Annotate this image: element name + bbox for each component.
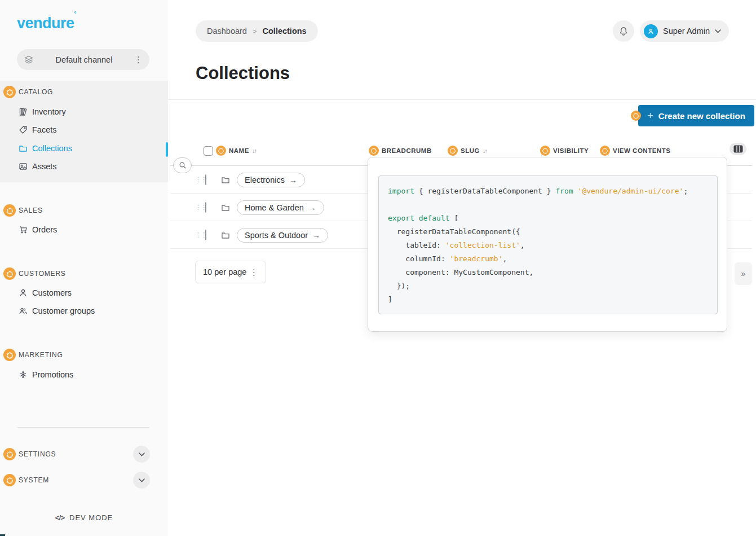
column-label-slug[interactable]: SLUG (461, 147, 480, 154)
dev-mode-code-popover: import { registerDataTableComponent } fr… (368, 157, 727, 332)
user-menu[interactable]: Super Admin (640, 20, 729, 42)
section-label-marketing: MARKETING (19, 351, 63, 359)
folder-icon (19, 144, 28, 153)
page-title: Collections (196, 63, 290, 84)
channel-selector[interactable]: Default channel ⋮ (17, 49, 149, 70)
image-icon (19, 162, 28, 171)
sidebar-item-label: Assets (32, 162, 57, 171)
sidebar-item-customer-groups[interactable]: Customer groups (19, 306, 95, 315)
kebab-icon: ⋮ (250, 268, 258, 276)
sidebar-section-settings[interactable]: SETTINGS (3, 448, 56, 460)
sidebar-item-label: Orders (32, 225, 57, 234)
arrow-right-icon: → (289, 175, 297, 184)
column-header-visibility: VISIBILITY (540, 146, 589, 156)
sidebar-item-label: Facets (32, 125, 57, 134)
collection-name: Home & Garden (245, 203, 304, 212)
sidebar: vendure° Default channel ⋮ CATALOG Inven… (0, 0, 168, 536)
chevron-down-icon (139, 478, 145, 482)
section-label-settings: SETTINGS (19, 450, 56, 458)
extension-badge-icon (3, 267, 16, 280)
sidebar-section-system[interactable]: SYSTEM (3, 474, 49, 486)
sidebar-item-customers[interactable]: Customers (19, 288, 72, 297)
notifications-button[interactable] (613, 20, 634, 42)
tag-icon (19, 125, 28, 134)
section-label-catalog: CATALOG (19, 88, 53, 96)
sidebar-item-inventory[interactable]: Inventory (19, 107, 66, 116)
extension-badge-icon (540, 146, 550, 156)
create-new-collection-button[interactable]: + Create new collection (638, 105, 754, 126)
column-label-breadcrumb[interactable]: BREADCRUMB (382, 147, 432, 154)
sidebar-section-customers: CUSTOMERS (3, 267, 66, 280)
cart-icon (19, 225, 28, 234)
layers-icon (24, 55, 34, 65)
sidebar-item-assets[interactable]: Assets (19, 162, 57, 171)
table-search-button[interactable] (173, 157, 192, 173)
collection-name: Electronics (245, 175, 285, 184)
code-block: import { registerDataTableComponent } fr… (378, 175, 718, 314)
extension-badge-icon (3, 86, 16, 98)
section-label-system: SYSTEM (19, 476, 49, 484)
breadcrumb-collections[interactable]: Collections (263, 27, 307, 36)
items-per-page-select[interactable]: 10 per page ⋮ (195, 261, 266, 283)
sidebar-item-label: Customers (32, 288, 72, 297)
system-expand-button[interactable] (133, 472, 150, 489)
breadcrumb-dashboard[interactable]: Dashboard (207, 27, 247, 36)
column-label-name[interactable]: NAME (229, 147, 249, 154)
collection-link[interactable]: Electronics → (237, 173, 305, 187)
column-settings-button[interactable] (730, 143, 746, 155)
column-label-view-contents[interactable]: VIEW CONTENTS (613, 147, 670, 154)
column-label-visibility[interactable]: VISIBILITY (553, 147, 589, 154)
row-checkbox[interactable] (205, 202, 206, 213)
dev-mode-toggle[interactable]: </> DEV MODE (0, 513, 168, 522)
drag-handle-icon[interactable]: ⋮⋮ (195, 205, 202, 210)
search-icon (179, 161, 187, 169)
row-checkbox[interactable] (205, 230, 206, 240)
user-icon (647, 28, 655, 35)
folder-icon (221, 175, 230, 184)
column-header-slug: SLUG ↓↑ (448, 146, 487, 156)
sort-icon[interactable]: ↓↑ (252, 147, 256, 154)
sort-icon[interactable]: ↓↑ (483, 147, 487, 154)
table-row[interactable]: ⋮⋮ Home & Garden → (195, 194, 324, 221)
select-all-checkbox[interactable] (204, 146, 213, 156)
drag-handle-icon[interactable]: ⋮⋮ (195, 232, 202, 238)
arrow-right-icon: → (312, 231, 320, 240)
breadcrumb: Dashboard > Collections (196, 20, 318, 42)
next-page-button[interactable]: » (735, 262, 752, 285)
sidebar-section-marketing: MARKETING (3, 349, 63, 361)
user-name: Super Admin (663, 27, 710, 36)
collection-link[interactable]: Home & Garden → (237, 200, 324, 215)
column-header-breadcrumb: BREADCRUMB (369, 146, 432, 156)
table-row[interactable]: ⋮⋮ Sports & Outdoor → (195, 221, 328, 249)
active-item-indicator (166, 142, 168, 157)
arrow-right-icon: → (308, 203, 316, 212)
row-checkbox[interactable] (205, 174, 206, 185)
extension-badge-icon (369, 146, 379, 156)
promotion-icon (19, 370, 28, 379)
table-row[interactable]: ⋮⋮ Electronics → (195, 166, 305, 194)
user-icon (19, 288, 28, 297)
collection-link[interactable]: Sports & Outdoor → (237, 228, 328, 243)
sidebar-item-facets[interactable]: Facets (19, 125, 57, 134)
sidebar-section-catalog: CATALOG (3, 86, 53, 98)
column-header-view-contents: VIEW CONTENTS (600, 146, 670, 156)
app-root: vendure° Default channel ⋮ CATALOG Inven… (0, 0, 756, 536)
extension-badge-icon (3, 448, 16, 460)
channel-kebab-icon[interactable]: ⋮ (134, 55, 143, 64)
extension-badge-icon (448, 146, 458, 156)
extension-badge-icon (3, 204, 16, 217)
folder-icon (221, 203, 230, 212)
extension-badge-icon (631, 111, 641, 121)
settings-expand-button[interactable] (133, 446, 150, 463)
sidebar-item-collections[interactable]: Collections (19, 144, 72, 153)
drag-handle-icon[interactable]: ⋮⋮ (195, 177, 202, 183)
header-divider (168, 99, 756, 100)
logo-text: vendure (17, 15, 74, 32)
sidebar-item-label: Inventory (32, 107, 66, 116)
inventory-icon (19, 107, 28, 116)
sidebar-item-label: Customer groups (32, 306, 95, 315)
chevron-down-icon (139, 452, 145, 456)
sidebar-item-promotions[interactable]: Promotions (19, 370, 73, 379)
sidebar-item-orders[interactable]: Orders (19, 225, 57, 234)
logo-mark: ° (74, 11, 77, 17)
